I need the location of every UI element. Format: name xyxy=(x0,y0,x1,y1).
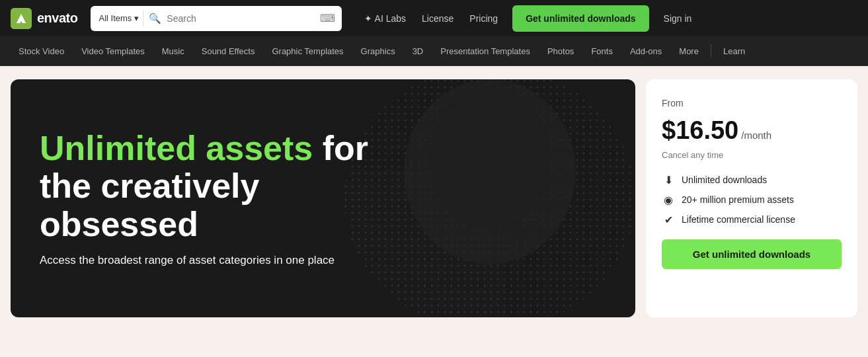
cat-link-more[interactable]: More xyxy=(671,42,707,60)
hero-banner: Unlimited assets for the creatively obse… xyxy=(11,79,635,317)
cat-link-video-templates[interactable]: Video Templates xyxy=(73,42,153,60)
features-list: ⬇ Unlimited downloads ◉ 20+ million prem… xyxy=(662,173,842,226)
category-nav: Stock VideoVideo TemplatesMusicSound Eff… xyxy=(0,36,868,66)
search-input[interactable] xyxy=(167,13,315,24)
from-label: From xyxy=(662,98,842,108)
svg-point-4 xyxy=(430,86,549,231)
cat-link-music[interactable]: Music xyxy=(154,42,192,60)
hero-title: Unlimited assets for the creatively obse… xyxy=(40,130,423,243)
search-bar: All Items ▾ 🔍 ⌨ xyxy=(91,6,342,31)
envato-logo-icon xyxy=(11,8,32,29)
logo-text: envato xyxy=(37,11,77,26)
feature-icon-0: ⬇ xyxy=(662,173,675,186)
main-content: Unlimited assets for the creatively obse… xyxy=(0,66,868,331)
price-period: /month xyxy=(741,130,771,141)
cat-link-add-ons[interactable]: Add-ons xyxy=(622,42,670,60)
cat-link-photos[interactable]: Photos xyxy=(539,42,582,60)
get-unlimited-button[interactable]: Get unlimited downloads xyxy=(512,5,649,32)
feature-icon-2: ✔ xyxy=(662,213,675,226)
price-main: $16.50 xyxy=(662,116,738,145)
pricing-cta-button[interactable]: Get unlimited downloads xyxy=(662,239,842,269)
pricing-link[interactable]: Pricing xyxy=(463,9,504,28)
feature-text-1: 20+ million premium assets xyxy=(682,194,794,205)
feature-text-2: Lifetime commercial license xyxy=(682,214,795,225)
top-nav-links: ✦ AI Labs License Pricing xyxy=(358,9,504,28)
cat-link-presentation-templates[interactable]: Presentation Templates xyxy=(432,42,538,60)
pricing-card: From $16.50 /month Cancel any time ⬇ Unl… xyxy=(646,79,857,317)
hero-title-green: Unlimited assets xyxy=(40,129,313,167)
all-items-label: All Items xyxy=(99,13,132,23)
feature-item-0: ⬇ Unlimited downloads xyxy=(662,173,842,186)
cat-link-sound-effects[interactable]: Sound Effects xyxy=(194,42,263,60)
feature-item-1: ◉ 20+ million premium assets xyxy=(662,193,842,206)
cat-link-3d[interactable]: 3D xyxy=(405,42,432,60)
cat-link-graphics[interactable]: Graphics xyxy=(353,42,403,60)
cat-divider xyxy=(711,44,711,58)
price-row: $16.50 /month xyxy=(662,116,842,145)
hero-subtitle: Access the broadest range of asset categ… xyxy=(40,254,606,267)
feature-item-2: ✔ Lifetime commercial license xyxy=(662,213,842,226)
feature-text-0: Unlimited downloads xyxy=(682,175,767,185)
all-items-button[interactable]: All Items ▾ xyxy=(97,11,143,26)
ai-search-button[interactable]: ⌨ xyxy=(320,12,335,24)
ai-labs-link[interactable]: ✦ AI Labs xyxy=(358,9,413,28)
top-nav: envato All Items ▾ 🔍 ⌨ ✦ AI Labs License… xyxy=(0,0,868,36)
feature-icon-1: ◉ xyxy=(662,193,675,206)
cat-link-learn[interactable]: Learn xyxy=(715,42,753,60)
sign-in-link[interactable]: Sign in xyxy=(657,9,699,28)
search-icon: 🔍 xyxy=(149,13,161,24)
cat-link-graphic-templates[interactable]: Graphic Templates xyxy=(264,42,351,60)
cat-link-stock-video[interactable]: Stock Video xyxy=(11,42,72,60)
license-link[interactable]: License xyxy=(415,9,460,28)
chevron-down-icon: ▾ xyxy=(134,13,139,23)
cat-link-fonts[interactable]: Fonts xyxy=(583,42,621,60)
cancel-text: Cancel any time xyxy=(662,150,842,160)
logo-link[interactable]: envato xyxy=(11,8,77,29)
